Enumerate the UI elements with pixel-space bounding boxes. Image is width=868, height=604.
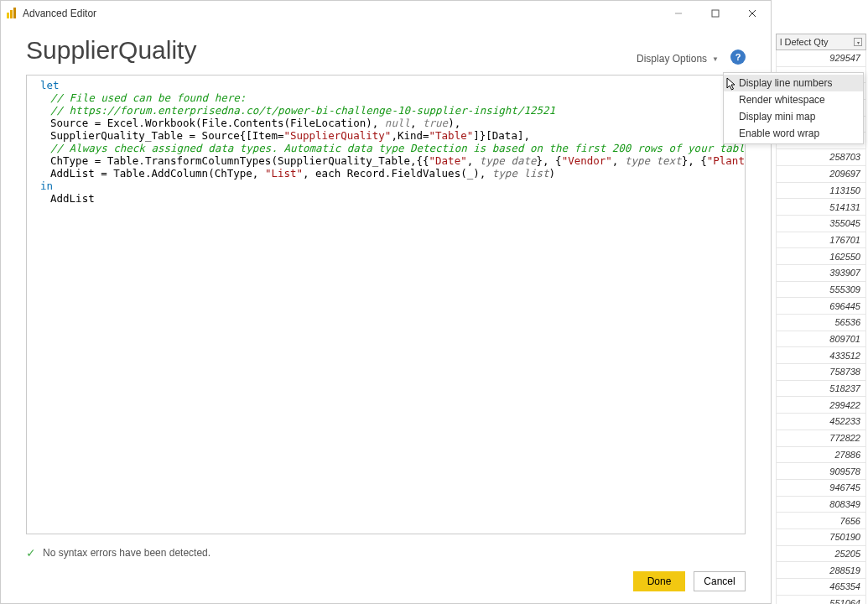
advanced-editor-window: Advanced Editor SupplierQuality Display …	[0, 0, 772, 604]
data-cell[interactable]: 433512	[776, 347, 866, 364]
menu-render-whitespace[interactable]: Render whitespace	[724, 91, 863, 108]
maximize-button[interactable]	[697, 1, 734, 26]
code-editor[interactable]: let// File used can be found here:// htt…	[27, 76, 745, 534]
data-cell[interactable]: 27886	[776, 447, 866, 464]
status-text: No syntax errors have been detected.	[43, 547, 211, 559]
data-cell[interactable]: 288519	[776, 562, 866, 579]
display-options-label: Display Options	[637, 53, 707, 65]
status-bar: ✓ No syntax errors have been detected.	[1, 539, 771, 566]
close-button[interactable]	[734, 1, 771, 26]
help-icon[interactable]: ?	[730, 49, 746, 65]
powerbi-icon	[6, 8, 18, 19]
data-cell[interactable]: 452233	[776, 414, 866, 430]
svg-rect-4	[712, 10, 719, 17]
data-cell[interactable]: 7656	[776, 513, 866, 529]
data-cell[interactable]: 758738	[776, 364, 866, 381]
data-cell[interactable]: 518237	[776, 381, 866, 398]
data-cell[interactable]: 808349	[776, 497, 866, 513]
minimize-button[interactable]	[660, 1, 697, 26]
data-cell[interactable]: 25205	[776, 546, 866, 563]
svg-rect-1	[10, 10, 13, 18]
display-options-dropdown[interactable]: Display Options ▼	[637, 53, 719, 65]
data-cell[interactable]: 355045	[776, 216, 866, 232]
data-cell[interactable]: 176701	[776, 232, 866, 249]
data-cell[interactable]: 929547	[776, 50, 866, 67]
menu-display-mini-map[interactable]: Display mini map	[724, 108, 863, 125]
data-cell[interactable]: 750190	[776, 529, 866, 546]
data-cell[interactable]: 514131	[776, 199, 866, 216]
data-cell[interactable]: 299422	[776, 397, 866, 414]
svg-rect-0	[7, 13, 9, 18]
data-cell[interactable]: 809701	[776, 331, 866, 348]
menu-enable-word-wrap[interactable]: Enable word wrap	[724, 125, 863, 142]
window-title: Advanced Editor	[23, 8, 660, 19]
svg-rect-2	[13, 8, 16, 18]
data-cell[interactable]: 946745	[776, 480, 866, 497]
chevron-down-icon: ▼	[712, 55, 719, 63]
data-cell[interactable]: 162550	[776, 248, 866, 265]
data-cell[interactable]: 113150	[776, 183, 866, 200]
column-header-label: l Defect Qty	[780, 37, 828, 47]
menu-display-line-numbers[interactable]: Display line numbers	[724, 75, 863, 91]
data-cell[interactable]: 393907	[776, 265, 866, 282]
data-cell[interactable]: 551064	[776, 596, 866, 604]
column-dropdown-icon[interactable]: ▾	[854, 38, 862, 46]
data-cell[interactable]: 909578	[776, 463, 866, 480]
data-cell[interactable]: 696445	[776, 298, 866, 315]
titlebar: Advanced Editor	[1, 1, 771, 26]
display-options-menu: Display line numbers Render whitespace D…	[723, 72, 864, 144]
data-cell[interactable]: 555309	[776, 282, 866, 299]
data-cell[interactable]: 465354	[776, 579, 866, 596]
cancel-button[interactable]: Cancel	[694, 571, 746, 591]
data-cell[interactable]: 209697	[776, 166, 866, 183]
data-cell[interactable]: 56536	[776, 315, 866, 331]
column-header[interactable]: l Defect Qty ▾	[776, 34, 866, 50]
query-name: SupplierQuality	[26, 36, 637, 65]
data-cell[interactable]: 258703	[776, 149, 866, 166]
done-button[interactable]: Done	[633, 571, 685, 591]
check-icon: ✓	[26, 546, 36, 560]
data-cell[interactable]: 772822	[776, 430, 866, 447]
